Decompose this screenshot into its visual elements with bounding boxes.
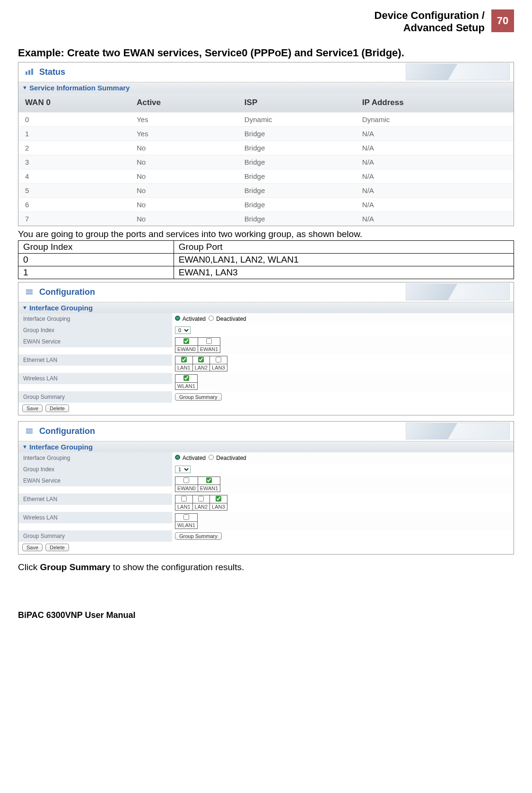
group-summary-label: Group Summary <box>18 391 172 403</box>
table-header: ISP <box>238 93 356 113</box>
table-row: 4NoBridgeN/A <box>18 169 514 183</box>
page-title: Device Configuration / Advanced Setup <box>375 9 485 35</box>
save-button[interactable]: Save <box>22 544 43 551</box>
ewan-service-label: EWAN Service <box>18 336 172 347</box>
group-index-label: Group Index <box>18 325 172 336</box>
table-header: Active <box>130 93 238 113</box>
lan-table-chk-lan2[interactable] <box>198 357 204 362</box>
svg-rect-4 <box>26 291 33 292</box>
eth-lan-label: Ethernet LAN <box>18 354 172 366</box>
status-section-header: ▼Service Information Summary <box>18 82 514 93</box>
ewan-table: EWAN0EWAN1 <box>175 476 220 492</box>
table-row: 6NoBridgeN/A <box>18 197 514 211</box>
chevron-down-icon: ▼ <box>22 85 27 90</box>
wlan-table-chk-wlan1[interactable] <box>183 375 189 381</box>
table-header: Group Index <box>18 240 174 253</box>
table-header: Group Port <box>174 240 514 253</box>
table-row: 0EWAN0,LAN1, LAN2, WLAN1 <box>18 253 514 266</box>
ewan-table-chk-ewan0[interactable] <box>183 338 189 344</box>
status-icon <box>22 68 36 76</box>
config-panel-1: Configuration▼Interface GroupingInterfac… <box>18 421 514 555</box>
group-summary-button[interactable]: Group Summary <box>175 532 222 540</box>
chevron-down-icon: ▼ <box>22 305 27 310</box>
save-button[interactable]: Save <box>22 405 43 412</box>
status-panel: Status ▼Service Information Summary WAN … <box>18 62 514 226</box>
intro-text: You are going to group the ports and ser… <box>18 229 514 239</box>
wlan-label: Wireless LAN <box>18 373 172 384</box>
table-header: WAN 0 <box>18 93 130 113</box>
table-row: 2NoBridgeN/A <box>18 141 514 155</box>
svg-rect-5 <box>26 293 33 294</box>
eth-lan-label: Ethernet LAN <box>18 493 172 505</box>
config-title: Configuration <box>39 426 95 436</box>
iface-grouping-label: Interface Grouping <box>18 452 172 464</box>
decorative-banner <box>406 63 510 80</box>
svg-rect-6 <box>26 429 33 430</box>
svg-rect-7 <box>26 431 33 432</box>
ewan-service-label: EWAN Service <box>18 475 172 486</box>
table-row: 5NoBridgeN/A <box>18 183 514 197</box>
svg-rect-1 <box>28 70 30 75</box>
config-icon <box>22 288 36 296</box>
table-row: 1YesBridgeN/A <box>18 126 514 141</box>
decorative-banner <box>406 423 510 440</box>
wlan-table: WLAN1 <box>175 374 198 390</box>
lan-table-chk-lan3[interactable] <box>216 357 221 362</box>
svg-rect-8 <box>26 432 33 433</box>
delete-button[interactable]: Delete <box>45 544 69 551</box>
config-section-header: ▼Interface Grouping <box>18 441 514 452</box>
group-table: Group IndexGroup Port 0EWAN0,LAN1, LAN2,… <box>18 240 514 279</box>
table-header: IP Address <box>356 93 514 113</box>
table-row: 0YesDynamicDynamic <box>18 112 514 126</box>
footer-instruction: Click Group Summary to show the configur… <box>18 562 514 573</box>
svg-rect-2 <box>31 69 33 75</box>
lan-table-chk-lan2[interactable] <box>198 496 204 502</box>
group-summary-label: Group Summary <box>18 530 172 542</box>
config-panel-0: Configuration▼Interface GroupingInterfac… <box>18 282 514 415</box>
radio-activated[interactable]: Activated <box>175 455 206 461</box>
delete-button[interactable]: Delete <box>45 405 69 412</box>
ewan-table: EWAN0EWAN1 <box>175 337 220 353</box>
footer-brand: BiPAC 6300VNP User Manual <box>18 610 514 620</box>
ewan-table-chk-ewan1[interactable] <box>206 477 212 483</box>
lan-table-chk-lan1[interactable] <box>181 496 187 502</box>
iface-grouping-label: Interface Grouping <box>18 313 172 325</box>
config-title: Configuration <box>39 287 95 297</box>
service-summary-table: WAN 0ActiveISPIP Address 0YesDynamicDyna… <box>18 93 514 226</box>
status-title: Status <box>39 67 65 77</box>
radio-deactivated[interactable]: Deactivated <box>209 316 246 322</box>
svg-rect-0 <box>26 71 27 75</box>
lan-table: LAN1LAN2LAN3 <box>175 495 227 511</box>
config-section-header: ▼Interface Grouping <box>18 302 514 313</box>
wlan-table-chk-wlan1[interactable] <box>183 514 189 520</box>
page-number-badge: 70 <box>491 9 514 32</box>
wlan-label: Wireless LAN <box>18 512 172 523</box>
group-index-select[interactable]: 1 <box>175 466 191 473</box>
group-index-select[interactable]: 0 <box>175 326 191 334</box>
wlan-table: WLAN1 <box>175 513 198 529</box>
lan-table-chk-lan3[interactable] <box>216 496 221 502</box>
lan-table: LAN1LAN2LAN3 <box>175 356 227 371</box>
group-summary-button[interactable]: Group Summary <box>175 393 222 401</box>
radio-deactivated[interactable]: Deactivated <box>209 455 246 461</box>
table-row: 1EWAN1, LAN3 <box>18 266 514 279</box>
config-icon <box>22 427 36 435</box>
radio-activated[interactable]: Activated <box>175 316 206 322</box>
ewan-table-chk-ewan1[interactable] <box>206 338 212 344</box>
decorative-banner <box>406 283 510 300</box>
group-index-label: Group Index <box>18 464 172 475</box>
example-heading: Example: Create two EWAN services, Servi… <box>18 47 514 59</box>
table-row: 3NoBridgeN/A <box>18 155 514 169</box>
chevron-down-icon: ▼ <box>22 444 27 449</box>
lan-table-chk-lan1[interactable] <box>181 357 187 362</box>
table-row: 7NoBridgeN/A <box>18 211 514 226</box>
ewan-table-chk-ewan0[interactable] <box>183 477 189 483</box>
svg-rect-3 <box>26 290 33 291</box>
